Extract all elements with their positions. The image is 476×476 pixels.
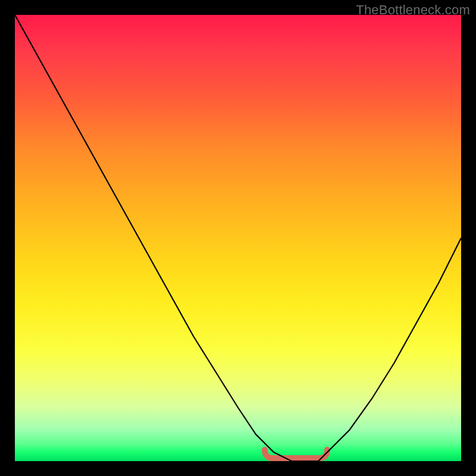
attribution-text: TheBottleneck.com [356,2,470,18]
bottleneck-curve [15,15,461,461]
trough-marker [265,450,327,458]
chart-plot-area [15,15,461,461]
bottleneck-chart-svg [15,15,461,461]
